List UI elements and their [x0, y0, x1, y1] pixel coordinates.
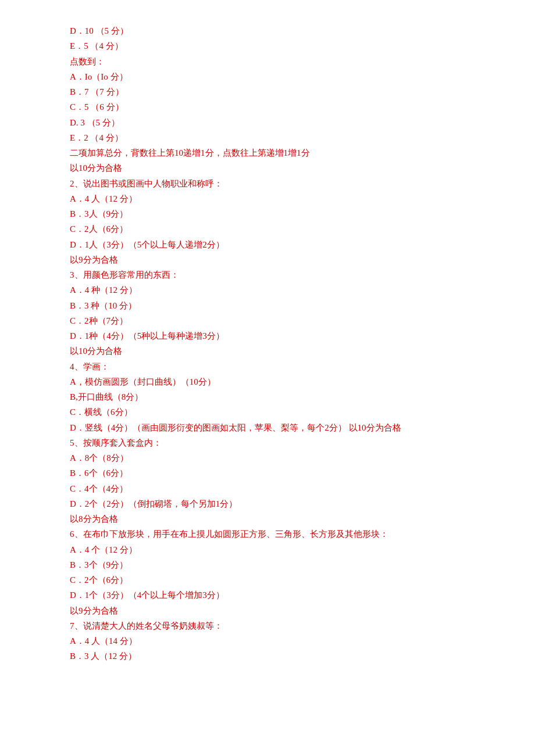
- line-19: C．2种（7分）: [70, 313, 465, 328]
- line-29: B．6个（6分）: [70, 465, 465, 481]
- line-2: 点数到：: [70, 54, 465, 69]
- line-39: 7、说清楚大人的姓名父母爷奶姨叔等：: [70, 618, 465, 633]
- line-28: A．8个（8分）: [70, 450, 465, 465]
- line-4: B．7 （7 分）: [70, 84, 465, 99]
- line-18: B．3 种（10 分）: [70, 298, 465, 313]
- line-22: 4、学画：: [70, 359, 465, 374]
- line-35: B．3个（9分）: [70, 557, 465, 572]
- line-21: 以10分为合格: [70, 343, 465, 359]
- line-26: D．竖线（4分）（画由圆形衍变的图画如太阳，苹果、梨等，每个2分） 以10分为合…: [70, 420, 465, 435]
- line-30: C．4个（4分）: [70, 481, 465, 496]
- line-7: E．2 （4 分）: [70, 130, 465, 145]
- line-31: D．2个（2分）（倒扣砌塔，每个另加1分）: [70, 496, 465, 511]
- line-16: 3、用颜色形容常用的东西：: [70, 267, 465, 282]
- line-1: E．5 （4 分）: [70, 38, 465, 53]
- line-3: A．Io（Io 分）: [70, 69, 465, 84]
- line-0: D．10 （5 分）: [70, 23, 465, 38]
- main-content: D．10 （5 分）E．5 （4 分）点数到：A．Io（Io 分）B．7 （7 …: [70, 23, 465, 664]
- line-36: C．2个（6分）: [70, 572, 465, 587]
- line-40: A．4 人（14 分）: [70, 633, 465, 648]
- line-9: 以10分为合格: [70, 160, 465, 175]
- line-15: 以9分为合格: [70, 252, 465, 267]
- line-25: C．横线（6分）: [70, 404, 465, 420]
- line-11: A．4 人（12 分）: [70, 191, 465, 206]
- line-24: B,开口曲线（8分）: [70, 389, 465, 404]
- line-10: 2、说出图书或图画中人物职业和称呼：: [70, 176, 465, 191]
- line-23: A，模仿画圆形（封口曲线）（10分）: [70, 374, 465, 389]
- line-32: 以8分为合格: [70, 511, 465, 526]
- line-13: C．2人（6分）: [70, 221, 465, 237]
- line-5: C．5 （6 分）: [70, 99, 465, 114]
- line-17: A．4 种（12 分）: [70, 282, 465, 298]
- line-34: A．4 个（12 分）: [70, 542, 465, 557]
- line-33: 6、在布巾下放形块，用手在布上摸儿如圆形正方形、三角形、长方形及其他形块：: [70, 526, 465, 542]
- line-41: B．3 人（12 分）: [70, 648, 465, 664]
- line-14: D．1人（3分）（5个以上每人递增2分）: [70, 237, 465, 252]
- line-20: D．1种（4分）（5种以上每种递增3分）: [70, 328, 465, 343]
- line-8: 二项加算总分，背数往上第10递增1分，点数往上第递增1增1分: [70, 145, 465, 160]
- line-27: 5、按顺序套入套盒内：: [70, 435, 465, 450]
- line-12: B．3人（9分）: [70, 206, 465, 221]
- line-6: D. 3 （5 分）: [70, 115, 465, 130]
- line-38: 以9分为合格: [70, 603, 465, 618]
- line-37: D．1个（3分）（4个以上每个增加3分）: [70, 587, 465, 603]
